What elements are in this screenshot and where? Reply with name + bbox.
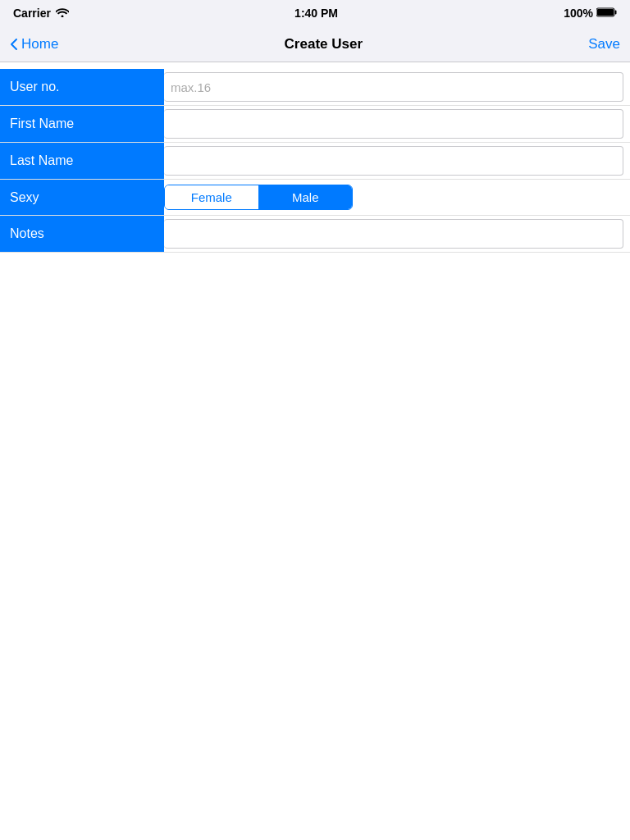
status-right: 100% [564, 7, 617, 20]
last-name-label: Last Name [0, 143, 164, 179]
female-option[interactable]: Female [165, 185, 258, 209]
first-name-row: First Name [0, 106, 630, 143]
status-time: 1:40 PM [294, 7, 338, 20]
user-no-label: User no. [0, 69, 164, 105]
male-option[interactable]: Male [259, 185, 353, 209]
page-title: Create User [285, 36, 363, 52]
form-container: User no. First Name Last Name Sexy Femal… [0, 62, 630, 259]
sexy-label: Sexy [0, 180, 164, 215]
battery-icon [596, 7, 617, 20]
user-no-input[interactable] [164, 72, 623, 102]
notes-row: Notes [0, 216, 630, 253]
last-name-row: Last Name [0, 143, 630, 180]
svg-rect-1 [615, 11, 617, 15]
battery-percent-label: 100% [564, 7, 593, 20]
wifi-icon [56, 7, 69, 20]
status-left: Carrier [13, 7, 69, 20]
user-no-row: User no. [0, 69, 630, 106]
save-button[interactable]: Save [588, 36, 620, 52]
svg-rect-2 [597, 9, 614, 16]
nav-bar: Home Create User Save [0, 26, 630, 62]
first-name-input[interactable] [164, 109, 623, 139]
sexy-row: Sexy Female Male [0, 180, 630, 216]
status-bar: Carrier 1:40 PM 100% [0, 0, 630, 26]
back-label: Home [21, 36, 58, 52]
notes-label: Notes [0, 216, 164, 252]
first-name-label: First Name [0, 106, 164, 142]
carrier-label: Carrier [13, 7, 51, 20]
notes-input[interactable] [164, 219, 623, 249]
sexy-segmented-control: Female Male [164, 185, 353, 210]
last-name-input[interactable] [164, 146, 623, 176]
back-button[interactable]: Home [10, 36, 58, 52]
